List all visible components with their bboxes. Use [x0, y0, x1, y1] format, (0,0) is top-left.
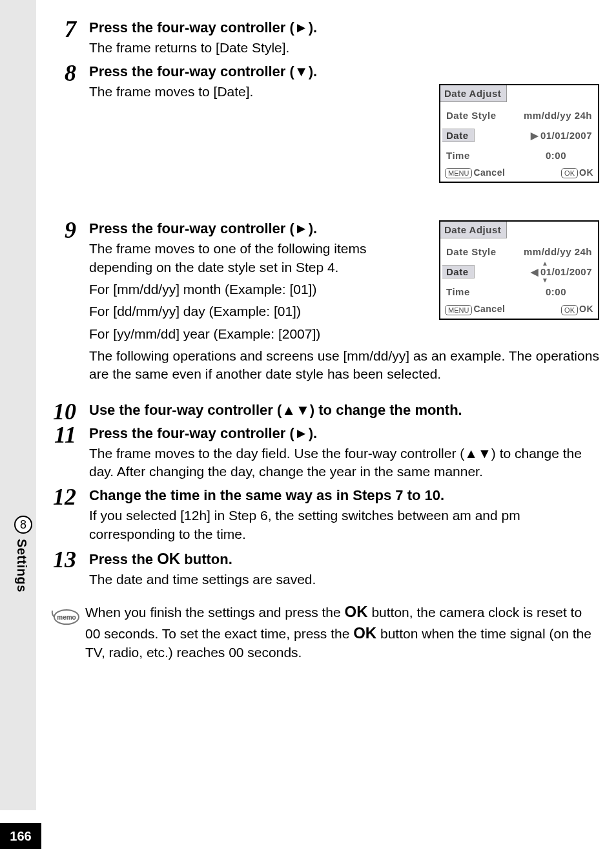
lcd-row-value: ▶ 01/01/2007	[531, 130, 592, 142]
step-12: 12 Change the time in the same way as in…	[50, 487, 599, 543]
lcd-row-label: Time	[446, 150, 470, 161]
lcd-row-label: Date Style	[446, 110, 497, 121]
up-down-arrow-icon: ▲▼	[282, 402, 310, 418]
step-11: 11 Press the four-way controller (►). Th…	[50, 425, 599, 481]
step-number: 9	[50, 220, 76, 244]
page-number: 166	[0, 823, 41, 849]
ok-label: OK	[353, 624, 376, 642]
step-desc: If you selected [12h] in Step 6, the set…	[89, 507, 599, 543]
step-7: 7 Press the four-way controller (►). The…	[50, 19, 599, 57]
step-desc: The date and time settings are saved.	[89, 571, 599, 589]
step-desc: The frame moves to the day field. Use th…	[89, 445, 599, 481]
ok-label: OK	[157, 550, 180, 567]
down-arrow-icon: ▼	[294, 63, 309, 79]
lcd-row-label: Date	[442, 129, 475, 142]
step-desc: For [mm/dd/yy] month (Example: [01])	[89, 280, 599, 299]
step-title: Press the four-way controller (►).	[89, 19, 599, 36]
lcd-row-value: mm/dd/yy 24h	[524, 110, 592, 121]
section-label: Settings	[14, 539, 29, 592]
step-title: Press the four-way controller (►).	[89, 425, 599, 442]
step-number: 11	[50, 421, 76, 448]
step-title: Press the OK button.	[89, 550, 599, 568]
step-desc: The frame moves to one of the following …	[89, 240, 599, 277]
right-arrow-icon: ►	[294, 19, 309, 36]
memo-note: memo When you finish the settings and pr…	[50, 602, 599, 662]
lcd-row-value: 0:00	[546, 150, 566, 161]
right-arrow-icon: ►	[294, 425, 309, 441]
step-9: 9 Press the four-way controller (►). The…	[50, 220, 599, 383]
lcd-cancel: MENUCancel	[445, 167, 505, 178]
step-10: 10 Use the four-way controller (▲▼) to c…	[50, 402, 599, 419]
step-title: Press the four-way controller (►).	[89, 220, 599, 237]
step-number: 8	[50, 59, 76, 87]
step-title: Change the time in the same way as in St…	[89, 487, 599, 504]
ok-button-icon: OK	[561, 168, 578, 178]
section-number: 8	[14, 516, 32, 534]
step-8: 8 Press the four-way controller (▼). The…	[50, 63, 599, 101]
svg-text:memo: memo	[57, 614, 76, 621]
step-number: 7	[50, 19, 76, 43]
cursor-right-icon: ▶	[531, 130, 539, 142]
memo-icon: memo	[50, 605, 85, 662]
step-number: 13	[50, 546, 76, 573]
step-desc: For [dd/mm/yy] day (Example: [01])	[89, 302, 599, 320]
memo-text: When you finish the settings and press t…	[85, 602, 599, 662]
side-tab: 8 Settings	[14, 516, 32, 592]
page-gutter	[0, 0, 36, 810]
right-arrow-icon: ►	[294, 220, 309, 236]
step-desc: The frame moves to [Date].	[89, 83, 599, 101]
ok-label: OK	[345, 603, 368, 620]
step-number: 12	[50, 483, 76, 510]
step-title: Use the four-way controller (▲▼) to chan…	[89, 402, 599, 419]
lcd-screenshot-1: Date Adjust Date Style mm/dd/yy 24h Date…	[439, 84, 599, 202]
step-desc: The following operations and screens use…	[89, 347, 599, 384]
step-13: 13 Press the OK button. The date and tim…	[50, 550, 599, 589]
lcd-ok: OKOK	[561, 167, 593, 178]
menu-button-icon: MENU	[445, 168, 472, 178]
step-title: Press the four-way controller (▼).	[89, 63, 599, 80]
step-desc: The frame returns to [Date Style].	[89, 39, 599, 57]
step-desc: For [yy/mm/dd] year (Example: [2007])	[89, 325, 599, 343]
